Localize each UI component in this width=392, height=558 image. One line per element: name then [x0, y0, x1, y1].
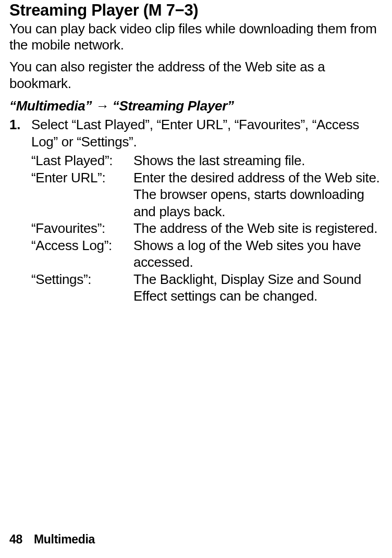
step-item: 1. Select “Last Played”, “Enter URL”, “F…	[9, 116, 383, 150]
intro-paragraph-2: You can also register the address of the…	[9, 59, 383, 92]
definition-description: The address of the Web site is registere…	[133, 220, 383, 237]
intro-paragraph-1: You can play back video clip files while…	[9, 21, 383, 54]
definition-row: “Favourites”: The address of the Web sit…	[31, 220, 383, 237]
definition-description: Enter the desired address of the Web sit…	[133, 169, 383, 220]
definition-term: “Favourites”:	[31, 220, 133, 237]
step-number: 1.	[9, 116, 31, 133]
definition-term: “Settings”:	[31, 271, 133, 288]
definition-description: Shows a log of the Web sites you have ac…	[133, 237, 383, 271]
section-name: Multimedia	[34, 532, 95, 546]
page-heading: Streaming Player (M 7−3)	[9, 1, 383, 20]
page-footer: 48Multimedia	[9, 532, 95, 547]
step-text: Select “Last Played”, “Enter URL”, “Favo…	[31, 116, 383, 150]
page-number: 48	[9, 532, 22, 546]
definition-row: “Last Played”: Shows the last streaming …	[31, 152, 383, 169]
definition-term: “Access Log”:	[31, 237, 133, 254]
definition-term: “Last Played”:	[31, 152, 133, 169]
definition-term: “Enter URL”:	[31, 169, 133, 187]
definition-row: “Access Log”: Shows a log of the Web sit…	[31, 237, 383, 271]
navigation-path: “Multimedia” → “Streaming Player”	[9, 97, 383, 115]
definition-row: “Enter URL”: Enter the desired address o…	[31, 169, 383, 220]
definition-description: Shows the last streaming file.	[133, 152, 383, 169]
definition-row: “Settings”: The Backlight, Display Size …	[31, 271, 383, 305]
definition-description: The Backlight, Display Size and Sound Ef…	[133, 271, 383, 305]
definition-list: “Last Played”: Shows the last streaming …	[9, 152, 383, 305]
